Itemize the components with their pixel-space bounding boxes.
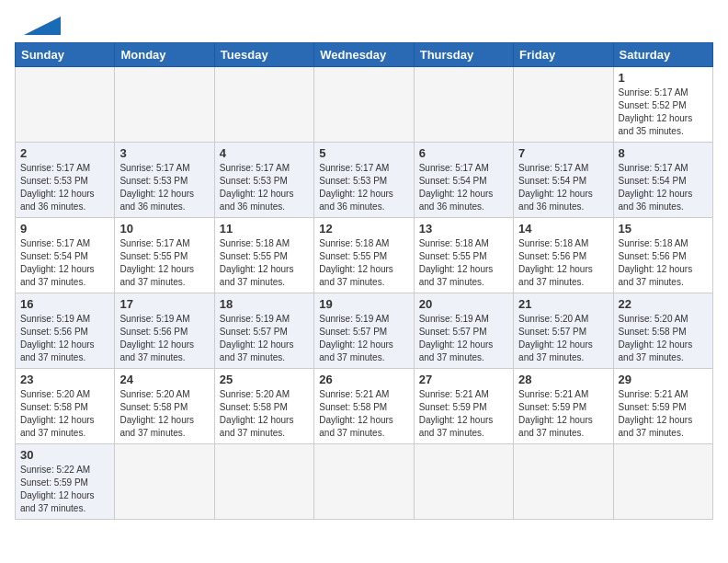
calendar-week-row: 30Sunrise: 5:22 AM Sunset: 5:59 PM Dayli… <box>16 444 713 520</box>
day-number: 30 <box>20 448 109 462</box>
day-number: 11 <box>220 222 309 236</box>
day-number: 29 <box>619 373 708 386</box>
calendar-cell: 10Sunrise: 5:17 AM Sunset: 5:55 PM Dayli… <box>115 218 214 293</box>
day-number: 7 <box>518 146 608 160</box>
day-info: Sunrise: 5:20 AM Sunset: 5:58 PM Dayligh… <box>220 388 309 440</box>
day-info: Sunrise: 5:17 AM Sunset: 5:55 PM Dayligh… <box>119 237 209 289</box>
day-info: Sunrise: 5:18 AM Sunset: 5:55 PM Dayligh… <box>220 237 309 289</box>
day-number: 26 <box>319 373 408 386</box>
day-info: Sunrise: 5:18 AM Sunset: 5:55 PM Dayligh… <box>419 237 508 289</box>
weekday-header-saturday: Saturday <box>613 43 712 67</box>
day-info: Sunrise: 5:17 AM Sunset: 5:54 PM Dayligh… <box>419 162 508 213</box>
day-number: 21 <box>518 297 608 311</box>
day-number: 22 <box>619 297 708 311</box>
weekday-header-friday: Friday <box>514 43 613 67</box>
day-info: Sunrise: 5:21 AM Sunset: 5:59 PM Dayligh… <box>619 388 708 440</box>
day-number: 27 <box>419 373 508 386</box>
day-info: Sunrise: 5:17 AM Sunset: 5:54 PM Dayligh… <box>20 237 109 289</box>
calendar-cell: 15Sunrise: 5:18 AM Sunset: 5:56 PM Dayli… <box>613 218 712 293</box>
calendar-cell: 16Sunrise: 5:19 AM Sunset: 5:56 PM Dayli… <box>16 293 115 369</box>
day-number: 13 <box>419 222 508 236</box>
calendar-cell: 28Sunrise: 5:21 AM Sunset: 5:59 PM Dayli… <box>514 369 613 444</box>
calendar-week-row: 9Sunrise: 5:17 AM Sunset: 5:54 PM Daylig… <box>16 218 713 293</box>
day-info: Sunrise: 5:17 AM Sunset: 5:53 PM Dayligh… <box>20 162 109 213</box>
calendar-cell: 21Sunrise: 5:20 AM Sunset: 5:57 PM Dayli… <box>514 293 613 369</box>
calendar-cell <box>16 67 115 143</box>
weekday-header-monday: Monday <box>115 43 214 67</box>
calendar-cell: 7Sunrise: 5:17 AM Sunset: 5:54 PM Daylig… <box>514 143 613 218</box>
calendar-cell <box>115 67 214 143</box>
calendar-cell: 12Sunrise: 5:18 AM Sunset: 5:55 PM Dayli… <box>314 218 414 293</box>
calendar-cell: 8Sunrise: 5:17 AM Sunset: 5:54 PM Daylig… <box>613 143 712 218</box>
weekday-header-sunday: Sunday <box>16 43 115 67</box>
calendar-week-row: 16Sunrise: 5:19 AM Sunset: 5:56 PM Dayli… <box>16 293 713 369</box>
calendar-cell: 4Sunrise: 5:17 AM Sunset: 5:53 PM Daylig… <box>214 143 313 218</box>
day-number: 18 <box>220 297 309 311</box>
day-info: Sunrise: 5:19 AM Sunset: 5:57 PM Dayligh… <box>220 313 309 364</box>
day-number: 9 <box>20 222 109 236</box>
day-info: Sunrise: 5:17 AM Sunset: 5:53 PM Dayligh… <box>319 162 408 213</box>
day-info: Sunrise: 5:17 AM Sunset: 5:53 PM Dayligh… <box>220 162 309 213</box>
day-info: Sunrise: 5:21 AM Sunset: 5:59 PM Dayligh… <box>419 388 508 440</box>
calendar-cell: 27Sunrise: 5:21 AM Sunset: 5:59 PM Dayli… <box>414 369 513 444</box>
day-number: 12 <box>319 222 408 236</box>
logo <box>15 15 61 35</box>
logo-triangle-icon <box>15 17 61 35</box>
calendar-cell: 9Sunrise: 5:17 AM Sunset: 5:54 PM Daylig… <box>16 218 115 293</box>
weekday-header-thursday: Thursday <box>414 43 513 67</box>
day-number: 23 <box>20 373 109 386</box>
calendar-cell <box>314 67 414 143</box>
calendar-cell: 1Sunrise: 5:17 AM Sunset: 5:52 PM Daylig… <box>613 67 712 143</box>
calendar-cell <box>214 444 313 520</box>
calendar-cell <box>214 67 313 143</box>
day-number: 8 <box>619 146 708 160</box>
day-number: 3 <box>119 146 209 160</box>
day-number: 2 <box>20 146 109 160</box>
calendar-cell: 30Sunrise: 5:22 AM Sunset: 5:59 PM Dayli… <box>16 444 115 520</box>
calendar-cell <box>115 444 214 520</box>
day-info: Sunrise: 5:17 AM Sunset: 5:54 PM Dayligh… <box>619 162 708 213</box>
calendar-cell: 3Sunrise: 5:17 AM Sunset: 5:53 PM Daylig… <box>115 143 214 218</box>
calendar-cell <box>613 444 712 520</box>
calendar-cell: 18Sunrise: 5:19 AM Sunset: 5:57 PM Dayli… <box>214 293 313 369</box>
day-info: Sunrise: 5:18 AM Sunset: 5:56 PM Dayligh… <box>518 237 608 289</box>
logo-text-area <box>15 15 61 35</box>
day-number: 16 <box>20 297 109 311</box>
calendar-cell: 26Sunrise: 5:21 AM Sunset: 5:58 PM Dayli… <box>314 369 414 444</box>
calendar-cell: 11Sunrise: 5:18 AM Sunset: 5:55 PM Dayli… <box>214 218 313 293</box>
day-number: 5 <box>319 146 408 160</box>
day-info: Sunrise: 5:19 AM Sunset: 5:57 PM Dayligh… <box>419 313 508 364</box>
day-info: Sunrise: 5:20 AM Sunset: 5:58 PM Dayligh… <box>619 313 708 364</box>
weekday-header-row: SundayMondayTuesdayWednesdayThursdayFrid… <box>16 43 713 67</box>
day-info: Sunrise: 5:20 AM Sunset: 5:57 PM Dayligh… <box>518 313 608 364</box>
calendar-cell: 2Sunrise: 5:17 AM Sunset: 5:53 PM Daylig… <box>16 143 115 218</box>
day-number: 4 <box>220 146 309 160</box>
day-info: Sunrise: 5:21 AM Sunset: 5:58 PM Dayligh… <box>319 388 408 440</box>
day-info: Sunrise: 5:19 AM Sunset: 5:56 PM Dayligh… <box>20 313 109 364</box>
calendar-table: SundayMondayTuesdayWednesdayThursdayFrid… <box>15 42 713 520</box>
calendar-week-row: 2Sunrise: 5:17 AM Sunset: 5:53 PM Daylig… <box>16 143 713 218</box>
weekday-header-wednesday: Wednesday <box>314 43 414 67</box>
calendar-cell <box>314 444 414 520</box>
calendar-week-row: 23Sunrise: 5:20 AM Sunset: 5:58 PM Dayli… <box>16 369 713 444</box>
day-info: Sunrise: 5:21 AM Sunset: 5:59 PM Dayligh… <box>518 388 608 440</box>
calendar-cell: 22Sunrise: 5:20 AM Sunset: 5:58 PM Dayli… <box>613 293 712 369</box>
calendar-header <box>15 15 713 35</box>
calendar-cell: 14Sunrise: 5:18 AM Sunset: 5:56 PM Dayli… <box>514 218 613 293</box>
calendar-cell: 19Sunrise: 5:19 AM Sunset: 5:57 PM Dayli… <box>314 293 414 369</box>
calendar-cell: 24Sunrise: 5:20 AM Sunset: 5:58 PM Dayli… <box>115 369 214 444</box>
day-info: Sunrise: 5:20 AM Sunset: 5:58 PM Dayligh… <box>20 388 109 440</box>
day-number: 10 <box>119 222 209 236</box>
calendar-cell: 6Sunrise: 5:17 AM Sunset: 5:54 PM Daylig… <box>414 143 513 218</box>
calendar-cell: 5Sunrise: 5:17 AM Sunset: 5:53 PM Daylig… <box>314 143 414 218</box>
day-number: 17 <box>119 297 209 311</box>
day-info: Sunrise: 5:19 AM Sunset: 5:57 PM Dayligh… <box>319 313 408 364</box>
day-info: Sunrise: 5:20 AM Sunset: 5:58 PM Dayligh… <box>119 388 209 440</box>
calendar-cell: 23Sunrise: 5:20 AM Sunset: 5:58 PM Dayli… <box>16 369 115 444</box>
calendar-cell <box>414 67 513 143</box>
day-number: 20 <box>419 297 508 311</box>
calendar-cell: 20Sunrise: 5:19 AM Sunset: 5:57 PM Dayli… <box>414 293 513 369</box>
day-info: Sunrise: 5:17 AM Sunset: 5:52 PM Dayligh… <box>619 86 708 138</box>
day-info: Sunrise: 5:17 AM Sunset: 5:54 PM Dayligh… <box>518 162 608 213</box>
day-number: 19 <box>319 297 408 311</box>
